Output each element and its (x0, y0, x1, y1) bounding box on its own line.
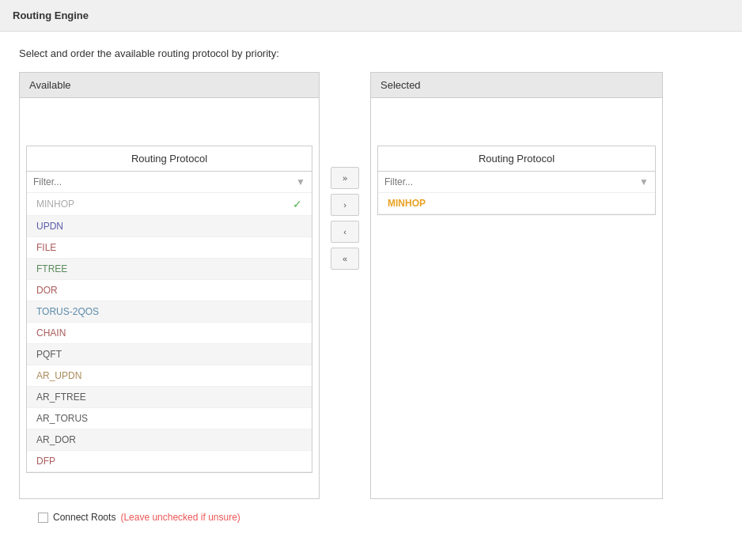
page-container: Routing Engine Select and order the avai… (0, 0, 742, 560)
selected-routing-protocol-section: Routing Protocol ▼ MINHOP (377, 146, 656, 215)
footer: Connect Roots (Leave unchecked if unsure… (19, 499, 723, 535)
page-title: Routing Engine (13, 9, 89, 21)
list-item[interactable]: FILE (27, 237, 312, 259)
available-item-ar-torus-label: AR_TORUS (36, 413, 88, 424)
available-item-ar-updn-label: AR_UPDN (36, 370, 81, 381)
available-item-minhop-label: MINHOP (36, 199, 74, 210)
list-item[interactable]: AR_UPDN (27, 365, 312, 387)
connect-roots-label: Connect Roots (53, 512, 115, 523)
list-item[interactable]: UPDN (27, 216, 312, 237)
available-item-ar-dor-label: AR_DOR (36, 434, 76, 445)
available-item-chain-label: CHAIN (36, 327, 66, 339)
dual-list-container: Available Routing Protocol ▼ MINHOP ✓ (19, 72, 723, 499)
selected-filter-icon: ▼ (639, 176, 649, 187)
available-list-items: MINHOP ✓ UPDN FILE FTREE D (27, 193, 312, 472)
move-left-button[interactable]: ‹ (331, 221, 359, 243)
connect-roots-container: Connect Roots (Leave unchecked if unsure… (38, 512, 240, 523)
list-item[interactable]: DFP (27, 451, 312, 472)
selected-panel: Selected Routing Protocol ▼ MINHOP (370, 72, 663, 499)
available-panel-spacer (20, 98, 319, 146)
selected-filter-input[interactable] (384, 176, 639, 187)
available-item-updn-label: UPDN (36, 221, 63, 232)
selected-filter-row: ▼ (378, 172, 655, 193)
available-item-torus-label: TORUS-2QOS (36, 306, 99, 317)
available-panel-header: Available (20, 73, 319, 98)
available-filter-row: ▼ (27, 172, 312, 193)
available-panel: Available Routing Protocol ▼ MINHOP ✓ (19, 72, 320, 499)
selected-panel-spacer (371, 98, 662, 146)
list-item[interactable]: MINHOP ✓ (27, 193, 312, 216)
move-all-left-button[interactable]: « (331, 248, 359, 270)
list-item[interactable]: AR_FTREE (27, 387, 312, 408)
available-item-dfp-label: DFP (36, 456, 55, 467)
checkmark-icon: ✓ (293, 198, 302, 210)
available-item-dor-label: DOR (36, 285, 58, 296)
available-routing-protocol-section: Routing Protocol ▼ MINHOP ✓ UPDN (26, 146, 312, 473)
list-item[interactable]: AR_DOR (27, 429, 312, 451)
list-item[interactable]: TORUS-2QOS (27, 301, 312, 323)
move-all-right-button[interactable]: » (331, 167, 359, 189)
available-item-pqft-label: PQFT (36, 349, 62, 360)
move-right-button[interactable]: › (331, 194, 359, 216)
available-filter-input[interactable] (33, 176, 296, 187)
selected-item-minhop-label: MINHOP (388, 198, 426, 209)
available-item-ftree-label: FTREE (36, 263, 67, 274)
list-item[interactable]: PQFT (27, 344, 312, 365)
transfer-buttons-container: » › ‹ « (320, 167, 370, 270)
instruction-text: Select and order the available routing p… (19, 47, 723, 59)
list-item[interactable]: FTREE (27, 259, 312, 280)
selected-list-items: MINHOP (378, 193, 655, 214)
available-routing-protocol-header: Routing Protocol (27, 146, 312, 172)
connect-roots-checkbox[interactable] (38, 513, 48, 523)
header: Routing Engine (0, 0, 742, 32)
list-item[interactable]: CHAIN (27, 323, 312, 344)
selected-routing-protocol-header: Routing Protocol (378, 146, 655, 172)
main-content: Select and order the available routing p… (0, 32, 742, 551)
selected-panel-header: Selected (371, 73, 662, 98)
connect-roots-hint: (Leave unchecked if unsure) (120, 512, 240, 523)
available-filter-icon: ▼ (296, 176, 305, 187)
list-item[interactable]: DOR (27, 280, 312, 301)
list-item[interactable]: AR_TORUS (27, 408, 312, 429)
available-item-file-label: FILE (36, 242, 56, 253)
available-item-ar-ftree-label: AR_FTREE (36, 392, 86, 403)
list-item[interactable]: MINHOP (378, 193, 655, 214)
